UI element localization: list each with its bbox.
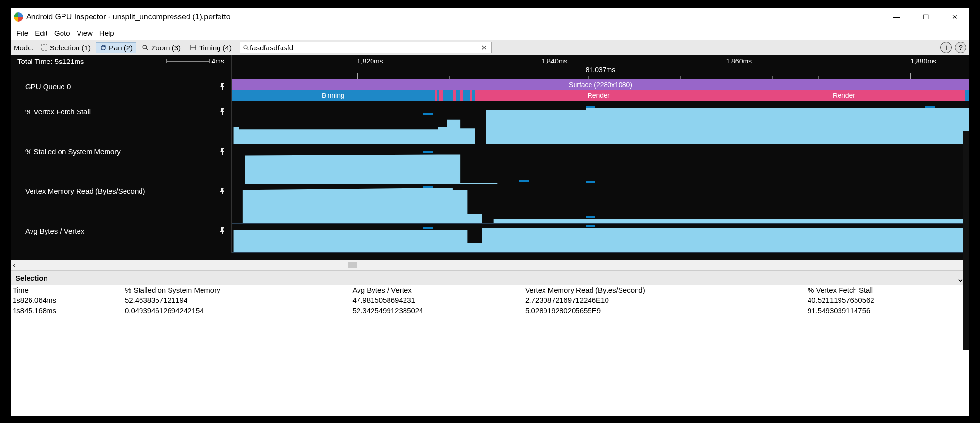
track-stalled-sys-mem[interactable]: % Stalled on System Memory — [25, 147, 121, 156]
ruler-tick: 1,820ms — [357, 57, 383, 65]
menu-edit[interactable]: Edit — [32, 28, 50, 38]
svg-marker-11 — [234, 228, 969, 253]
segment-sliver[interactable] — [965, 90, 969, 101]
table-header[interactable]: % Vertex Fetch Stall — [806, 285, 969, 295]
table-header[interactable]: Vertex Memory Read (Bytes/Second) — [523, 285, 806, 295]
track-gpu-queue[interactable]: GPU Queue 0 — [25, 82, 71, 91]
svg-marker-9 — [234, 155, 969, 185]
menu-goto[interactable]: Goto — [51, 28, 73, 38]
segment-binning[interactable]: Binning — [232, 90, 435, 101]
track-avg-bytes-vertex[interactable]: Avg Bytes / Vertex — [25, 227, 84, 235]
search-input[interactable] — [250, 44, 479, 52]
segment-render[interactable]: Render — [475, 90, 722, 101]
svg-point-1 — [143, 45, 147, 49]
svg-marker-8 — [234, 108, 969, 144]
pin-icon[interactable] — [218, 108, 226, 115]
scroll-thumb[interactable] — [348, 262, 357, 268]
chart-vertex-fetch-stall[interactable] — [232, 105, 969, 144]
table-row[interactable]: 1s826.064ms 52.4638357121194 47.98150586… — [11, 295, 969, 305]
chart-avg-bytes-vertex[interactable] — [232, 224, 969, 253]
close-button[interactable]: ✕ — [940, 8, 969, 26]
mode-zoom-label: Zoom (3) — [151, 44, 181, 52]
window-titlebar[interactable]: Android GPU Inspector - unsplit_uncompre… — [11, 8, 969, 26]
scale-label: 4ms — [212, 57, 224, 65]
surface-bar[interactable]: Surface (2280x1080) — [232, 79, 969, 90]
scroll-left-icon[interactable]: ‹ — [13, 261, 15, 269]
ruler-duration: 81.037ms — [583, 66, 618, 74]
window-title: Android GPU Inspector - unsplit_uncompre… — [26, 13, 231, 21]
svg-rect-0 — [41, 45, 47, 50]
mode-pan-button[interactable]: Pan (2) — [96, 42, 136, 53]
toolbar: Mode: Selection (1) Pan (2) Zoom (3) Tim… — [11, 40, 969, 55]
pin-icon[interactable] — [218, 187, 226, 195]
table-header[interactable]: Time — [11, 285, 123, 295]
mode-zoom-button[interactable]: Zoom (3) — [138, 42, 184, 53]
chart-vertex-mem-read[interactable] — [232, 184, 969, 224]
menu-view[interactable]: View — [74, 28, 95, 38]
track-vertex-fetch-stall[interactable]: % Vertex Fetch Stall — [25, 108, 91, 116]
pin-icon[interactable] — [218, 147, 226, 155]
svg-marker-10 — [234, 188, 969, 224]
question-icon: ? — [959, 44, 963, 51]
selection-table: Time % Stalled on System Memory Avg Byte… — [11, 285, 969, 315]
menu-bar: File Edit Goto View Help — [11, 26, 969, 40]
total-time-label: Total Time: 5s121ms — [17, 57, 84, 65]
timing-icon — [189, 44, 197, 51]
svg-point-6 — [244, 45, 247, 48]
horizontal-scrollbar[interactable]: ‹ › — [11, 260, 969, 270]
menu-file[interactable]: File — [14, 28, 31, 38]
help-button[interactable]: ? — [955, 42, 966, 53]
table-row[interactable]: 1s845.168ms 0.049394612694242154 52.3425… — [11, 305, 969, 315]
svg-line-7 — [247, 48, 249, 50]
mode-timing-button[interactable]: Timing (4) — [186, 42, 235, 53]
vertical-scrollbar-track[interactable] — [963, 131, 969, 350]
search-icon — [242, 44, 250, 51]
selection-icon — [40, 44, 48, 51]
segment-sliver[interactable] — [443, 90, 454, 101]
ruler[interactable]: 1,820ms 1,840ms 1,860ms 1,880ms 81.037ms — [232, 55, 969, 79]
pin-icon[interactable] — [218, 227, 226, 235]
mode-selection-button[interactable]: Selection (1) — [37, 42, 94, 53]
segment-render[interactable]: Render — [722, 90, 966, 101]
chart-stalled-sys-mem[interactable] — [232, 144, 969, 184]
mode-timing-label: Timing (4) — [199, 44, 232, 52]
svg-line-2 — [146, 48, 148, 50]
minimize-button[interactable]: — — [882, 8, 911, 26]
maximize-button[interactable]: ☐ — [911, 8, 940, 26]
search-box[interactable]: ✕ — [240, 42, 492, 53]
selection-title: Selection — [16, 274, 48, 282]
pin-icon[interactable] — [218, 82, 226, 90]
menu-help[interactable]: Help — [96, 28, 117, 38]
timeline[interactable]: Total Time: 5s121ms 4ms 1,820ms 1,840ms … — [11, 55, 969, 260]
ruler-tick: 1,840ms — [542, 57, 568, 65]
mode-selection-label: Selection (1) — [50, 44, 91, 52]
ruler-tick: 1,860ms — [726, 57, 752, 65]
mode-label: Mode: — [14, 44, 34, 52]
info-button[interactable]: i — [940, 42, 952, 53]
table-header[interactable]: % Stalled on System Memory — [123, 285, 351, 295]
ruler-tick: 1,880ms — [910, 57, 936, 65]
search-clear-button[interactable]: ✕ — [479, 43, 489, 52]
segment-sliver[interactable] — [456, 90, 460, 101]
info-icon: i — [945, 44, 947, 51]
app-icon — [14, 12, 23, 22]
hand-icon — [99, 44, 107, 51]
mode-pan-label: Pan (2) — [109, 44, 133, 52]
track-vertex-mem-read[interactable]: Vertex Memory Read (Bytes/Second) — [25, 187, 145, 195]
segment-sliver[interactable] — [463, 90, 470, 101]
table-header[interactable]: Avg Bytes / Vertex — [351, 285, 524, 295]
zoom-icon — [141, 44, 149, 51]
scale-line — [166, 61, 210, 62]
selection-panel: Selection ⌄ Time % Stalled on System Mem… — [11, 270, 969, 416]
